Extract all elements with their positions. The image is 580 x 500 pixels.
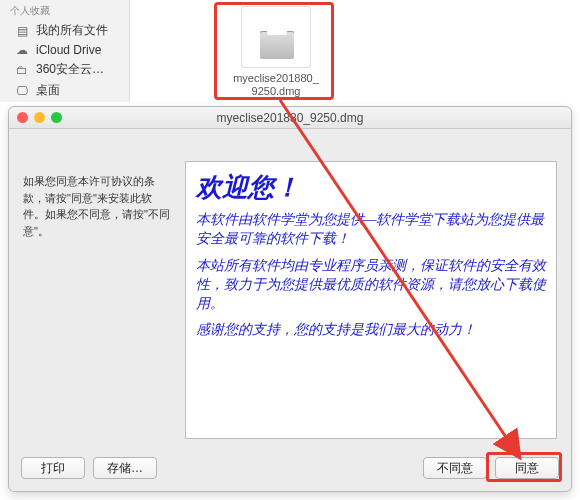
disagree-button[interactable]: 不同意 [423, 457, 487, 479]
license-instructions: 如果您同意本许可协议的条款，请按"同意"来安装此软件。如果您不同意，请按"不同意… [23, 173, 173, 239]
installer-window: myeclise201880_9250.dmg 如果您同意本许可协议的条款，请按… [8, 106, 572, 492]
file-item-dmg[interactable]: myeclise201880_9250.dmg [220, 6, 332, 98]
save-button[interactable]: 存储… [93, 457, 157, 479]
print-button[interactable]: 打印 [21, 457, 85, 479]
drive-icon: ▤ [14, 24, 30, 38]
window-title: myeclise201880_9250.dmg [9, 111, 571, 125]
dmg-file-icon [241, 6, 311, 68]
sidebar-item-all-files[interactable]: ▤ 我的所有文件 [0, 20, 129, 41]
finder-content: myeclise201880_9250.dmg [130, 0, 580, 102]
sidebar-item-label: 桌面 [36, 82, 60, 99]
finder-window: 个人收藏 ▤ 我的所有文件 ☁ iCloud Drive 🗀 360安全云… 🖵… [0, 0, 580, 102]
license-paragraph: 感谢您的支持，您的支持是我们最大的动力！ [196, 321, 546, 340]
license-paragraph: 本站所有软件均由专业程序员亲测，保证软件的安全有效性，致力于为您提供最优质的软件… [196, 257, 546, 314]
sidebar-item-icloud[interactable]: ☁ iCloud Drive [0, 41, 129, 59]
file-label: myeclise201880_9250.dmg [220, 72, 332, 98]
sidebar-item-360cloud[interactable]: 🗀 360安全云… [0, 59, 129, 80]
license-paragraph: 本软件由软件学堂为您提供—软件学堂下载站为您提供最安全最可靠的软件下载！ [196, 211, 546, 249]
desktop-icon: 🖵 [14, 84, 30, 98]
titlebar[interactable]: myeclise201880_9250.dmg [9, 107, 571, 129]
sidebar-item-desktop[interactable]: 🖵 桌面 [0, 80, 129, 101]
agree-button[interactable]: 同意 [495, 457, 559, 479]
cloud-icon: ☁ [14, 43, 30, 57]
license-heading: 欢迎您！ [196, 170, 546, 205]
button-bar: 打印 存储… 不同意 同意 [9, 445, 571, 491]
sidebar-item-label: 360安全云… [36, 61, 104, 78]
sidebar-item-label: iCloud Drive [36, 43, 101, 57]
folder-icon: 🗀 [14, 63, 30, 77]
finder-sidebar: 个人收藏 ▤ 我的所有文件 ☁ iCloud Drive 🗀 360安全云… 🖵… [0, 0, 130, 102]
license-textarea[interactable]: 欢迎您！ 本软件由软件学堂为您提供—软件学堂下载站为您提供最安全最可靠的软件下载… [185, 161, 557, 439]
sidebar-section-header: 个人收藏 [0, 2, 129, 20]
sidebar-item-label: 我的所有文件 [36, 22, 108, 39]
installer-content: 如果您同意本许可协议的条款，请按"同意"来安装此软件。如果您不同意，请按"不同意… [9, 129, 571, 445]
